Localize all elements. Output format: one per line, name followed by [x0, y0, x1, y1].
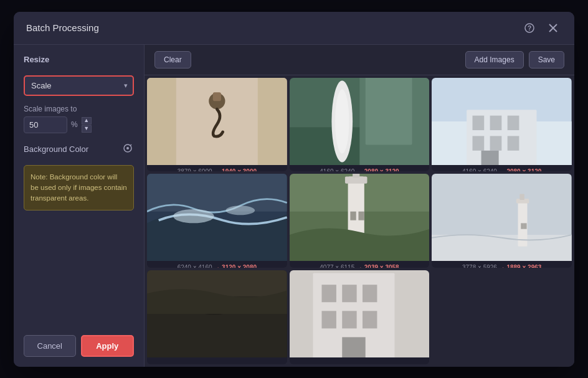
note-box: Note: Background color will be used only… [24, 165, 134, 211]
eyedropper-button[interactable] [121, 142, 134, 156]
svg-text:?: ? [528, 25, 531, 32]
image-label: 4160 × 6240 → 2080 × 3120 [290, 165, 430, 172]
image-thumbnail [290, 174, 430, 261]
resize-label: Resize [24, 55, 134, 64]
svg-rect-9 [258, 78, 287, 165]
image-thumbnail [432, 174, 572, 261]
svg-point-17 [335, 89, 349, 153]
svg-rect-27 [481, 150, 499, 164]
svg-rect-37 [350, 212, 356, 220]
scale-to-label: Scale images to [24, 105, 134, 113]
svg-rect-24 [473, 136, 485, 150]
svg-rect-36 [353, 174, 359, 177]
modal-overlay: Batch Processing ? [0, 0, 588, 378]
svg-rect-44 [521, 224, 524, 229]
svg-point-30 [173, 209, 214, 223]
svg-point-5 [126, 147, 129, 149]
image-thumbnail [147, 78, 287, 165]
image-thumbnail [290, 78, 430, 165]
image-label: 3778 × 5926 → 1889 × 2963 [432, 261, 572, 268]
save-button[interactable]: Save [529, 51, 564, 69]
images-grid: 3879 × 6000 → 1940 × 3000 [145, 75, 574, 367]
clear-button[interactable]: Clear [154, 51, 191, 69]
svg-rect-43 [520, 194, 524, 200]
image-card: 4077 × 6115 → 2039 × 3058 [290, 174, 430, 268]
right-toolbar: Clear Add Images Save [145, 45, 574, 75]
svg-rect-55 [342, 311, 356, 328]
action-buttons: Cancel Apply [24, 335, 134, 357]
resize-section: Resize [24, 55, 134, 67]
image-thumbnail [290, 270, 430, 357]
cancel-button[interactable]: Cancel [24, 335, 76, 357]
scale-up-button[interactable]: ▲ [82, 117, 92, 125]
image-thumbnail [147, 270, 287, 357]
modal-body: Resize Scale Width Height Custom ▾ Scale… [14, 45, 574, 367]
svg-rect-21 [473, 115, 485, 130]
svg-rect-15 [365, 78, 412, 144]
image-card: 3879 × 6000 → 1940 × 3000 [147, 78, 287, 172]
image-thumbnail [432, 78, 572, 165]
scale-unit: % [71, 120, 78, 129]
svg-rect-52 [342, 285, 356, 302]
scale-input-row: % ▲ ▼ [24, 116, 134, 133]
scale-stepper[interactable]: ▲ ▼ [82, 117, 92, 133]
image-card: 6240 × 4160 → 3120 × 2080 [147, 174, 287, 268]
image-label: 6240 × 4160 → 3120 × 2080 [147, 261, 287, 268]
image-label: 4077 × 6115 → 2039 × 3058 [290, 261, 430, 268]
image-card: 4160 × 6240 → 2080 × 3120 [290, 78, 430, 172]
svg-rect-22 [490, 115, 502, 130]
toolbar-right-actions: Add Images Save [465, 51, 564, 69]
svg-rect-51 [321, 285, 336, 302]
add-images-button[interactable]: Add Images [465, 51, 524, 69]
scale-select[interactable]: Scale Width Height Custom [25, 77, 133, 95]
svg-rect-57 [342, 337, 365, 357]
svg-rect-25 [490, 136, 502, 150]
svg-rect-23 [508, 115, 519, 130]
svg-rect-26 [508, 136, 519, 150]
image-label: — [290, 357, 430, 364]
image-card: 4160 × 6240 → 2080 × 3120 [432, 78, 572, 172]
image-card: — [147, 270, 287, 364]
close-button[interactable] [544, 19, 562, 37]
scale-to-section: Scale images to % ▲ ▼ [24, 105, 134, 133]
svg-rect-53 [363, 285, 377, 302]
svg-rect-8 [147, 78, 176, 165]
modal-title: Batch Processing [26, 22, 99, 33]
svg-point-31 [225, 206, 255, 215]
scale-down-button[interactable]: ▼ [82, 125, 92, 133]
apply-button[interactable]: Apply [81, 335, 135, 357]
background-color-label: Background Color [24, 144, 88, 154]
svg-rect-45 [524, 224, 527, 229]
image-label: — [147, 357, 287, 364]
image-label: 4160 × 6240 → 2080 × 3120 [432, 165, 572, 172]
svg-rect-38 [358, 212, 364, 220]
right-panel: Clear Add Images Save [145, 45, 574, 367]
background-color-row: Background Color [24, 142, 134, 156]
image-label: 3879 × 6000 → 1940 × 3000 [147, 165, 287, 172]
image-card: — [290, 270, 430, 364]
image-card: 3778 × 5926 → 1889 × 2963 [432, 174, 572, 268]
batch-processing-modal: Batch Processing ? [14, 12, 574, 367]
modal-header-actions: ? [521, 19, 562, 37]
scale-select-wrapper[interactable]: Scale Width Height Custom ▾ [24, 75, 134, 96]
svg-rect-54 [321, 311, 336, 328]
svg-rect-56 [363, 311, 377, 328]
svg-rect-11 [213, 92, 221, 101]
image-thumbnail [147, 174, 287, 261]
svg-line-6 [130, 144, 131, 146]
left-panel: Resize Scale Width Height Custom ▾ Scale… [14, 45, 145, 367]
scale-input[interactable] [24, 116, 67, 133]
help-button[interactable]: ? [521, 19, 538, 37]
note-text: Note: Background color will be used only… [31, 173, 127, 202]
modal-header: Batch Processing ? [14, 12, 574, 45]
